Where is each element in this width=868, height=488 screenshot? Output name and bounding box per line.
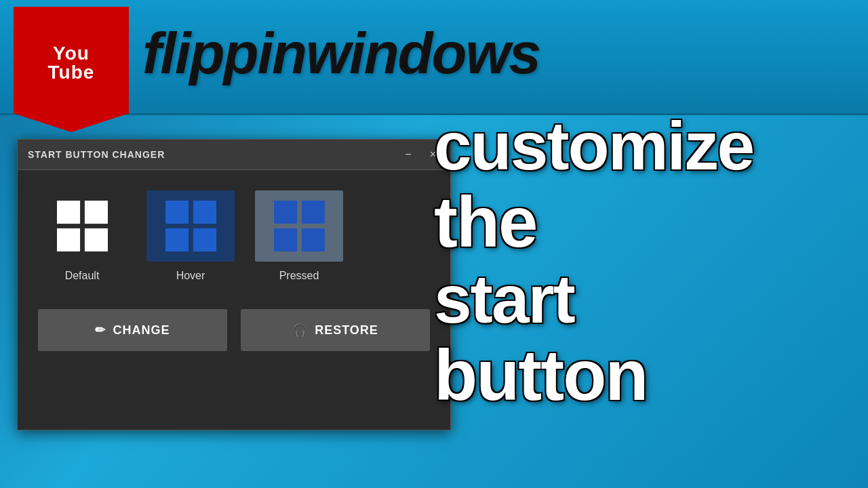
title-bar: START BUTTON CHANGER − ×: [18, 140, 450, 170]
channel-name: FlippinWindows: [142, 20, 540, 87]
change-button[interactable]: ✏ CHANGE: [38, 309, 227, 351]
state-pressed: Pressed: [255, 190, 343, 282]
youtube-tube: Tube: [48, 63, 95, 82]
svg-rect-6: [165, 228, 189, 251]
svg-rect-10: [274, 228, 297, 251]
windows-logo-hover: [165, 201, 216, 251]
hero-line-4: button: [434, 336, 854, 415]
default-label: Default: [65, 270, 100, 282]
svg-rect-9: [301, 201, 324, 224]
svg-rect-3: [84, 228, 107, 251]
windows-logo-pressed: [274, 201, 325, 251]
hero-line-2: the: [434, 183, 854, 262]
svg-rect-5: [193, 201, 216, 224]
hover-icon-bg: [146, 190, 235, 262]
action-buttons-row: ✏ CHANGE 🎧 RESTORE: [31, 302, 437, 358]
restore-button[interactable]: 🎧 RESTORE: [241, 309, 430, 351]
pressed-icon-bg: [255, 190, 343, 262]
svg-rect-7: [193, 228, 216, 251]
svg-rect-11: [301, 228, 324, 251]
change-label: CHANGE: [113, 323, 170, 338]
svg-rect-8: [274, 201, 297, 224]
change-icon: ✏: [95, 323, 106, 338]
state-default: Default: [38, 190, 126, 282]
hover-label: Hover: [176, 270, 205, 282]
youtube-logo: You Tube: [14, 7, 129, 132]
window-content: Default Hover: [18, 170, 450, 371]
minimize-button[interactable]: −: [401, 147, 415, 162]
svg-rect-1: [84, 201, 107, 224]
youtube-you: You: [53, 44, 90, 63]
default-icon-bg: [38, 190, 126, 262]
pressed-label: Pressed: [279, 270, 319, 282]
top-banner: You Tube FlippinWindows: [0, 0, 868, 115]
restore-label: RESTORE: [315, 323, 378, 338]
hero-line-1: customize: [434, 108, 854, 183]
hero-text-block: customize the start button: [434, 108, 854, 414]
app-window: START BUTTON CHANGER − × Default: [17, 139, 451, 430]
hero-line-3: start: [434, 262, 854, 336]
svg-rect-4: [165, 201, 189, 224]
state-hover: Hover: [146, 190, 235, 282]
svg-rect-2: [57, 228, 80, 251]
svg-rect-0: [57, 201, 80, 224]
windows-logo-default: [57, 201, 108, 251]
restore-icon: 🎧: [292, 323, 308, 338]
button-states-row: Default Hover: [31, 184, 437, 289]
window-title: START BUTTON CHANGER: [28, 149, 165, 160]
